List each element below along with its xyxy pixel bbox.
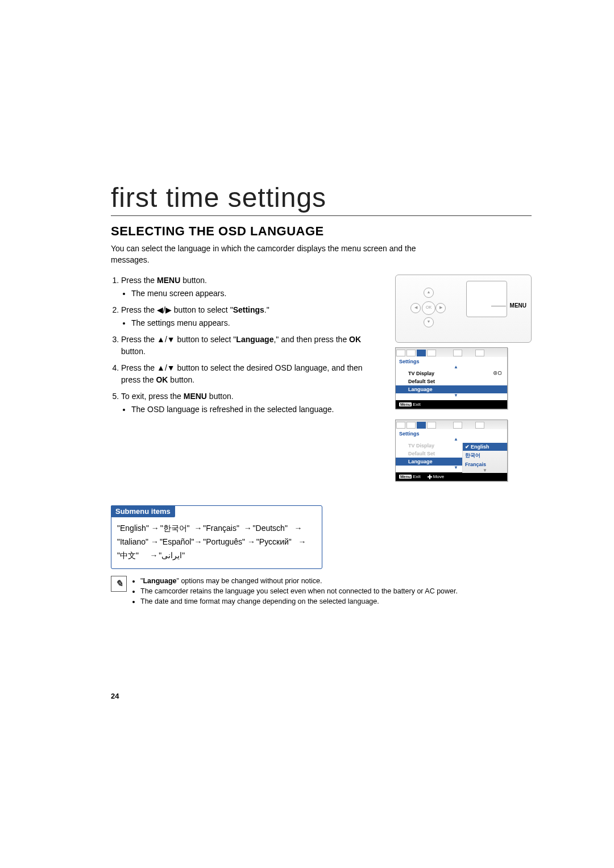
step-5: To exit, press the MENU button. The OSD … [121, 391, 384, 416]
note-3: The date and time format may change depe… [140, 596, 458, 607]
osd-language-submenu: ✔English 한국어 Français ▼ [462, 443, 507, 473]
scroll-down-icon: ▼ [408, 393, 504, 398]
device-illustration: ▲ ▼ ◀ ▶ OK MENU [395, 275, 532, 343]
lang-portuguese: "Português" [203, 537, 245, 546]
osd-footer: MenuExit [396, 400, 507, 409]
lang-chinese: "中文" [117, 551, 139, 560]
text: button. [207, 392, 234, 401]
dpad-up-icon: ▲ [424, 288, 434, 298]
dpad-down-icon: ▼ [424, 317, 434, 327]
menu-word: MENU [184, 392, 207, 401]
ok-word: OK [349, 335, 361, 344]
text: button. [168, 375, 194, 384]
text: Press the [121, 363, 157, 372]
osd-settings-label: Settings [396, 357, 507, 365]
text: button to select " [172, 305, 233, 314]
text: Press the [121, 305, 157, 314]
note-icon: ✎ [111, 576, 127, 592]
text: button to select " [175, 335, 237, 344]
text: Press the [121, 335, 157, 344]
step-5-sub: The OSD language is refreshed in the sel… [131, 404, 384, 416]
step-1: Press the MENU button. The menu screen a… [121, 275, 384, 300]
step-3: Press the ▲/▼ button to select "Language… [121, 334, 384, 358]
dpad-left-icon: ◀ [410, 303, 421, 313]
left-right-icon: ◀/▶ [157, 305, 172, 314]
step-1-sub: The menu screen appears. [131, 288, 384, 300]
osd-footer: MenuExit Move [396, 472, 507, 481]
dpad: ▲ ▼ ◀ ▶ OK [408, 288, 448, 327]
scroll-down-icon: ▼ [463, 468, 507, 473]
text: button. [180, 276, 207, 285]
device-screen-icon [466, 281, 507, 317]
lang-english: "English" [117, 524, 149, 533]
lang-italian: "Italiano" [117, 537, 148, 546]
callout-line [491, 306, 506, 306]
osd-screenshot-1: Settings ▲ TV Display⦾ ▢ Default Set Lan… [395, 347, 508, 409]
lang-korean: "한국어" [160, 524, 190, 533]
move-icon [428, 475, 432, 479]
osd-topbar [396, 420, 507, 429]
lang-german: "Deutsch" [253, 524, 288, 533]
lang-iranian: "ایرانی" [159, 551, 185, 560]
scroll-up-icon: ▲ [408, 365, 504, 369]
scroll-up-icon: ▲ [408, 437, 504, 442]
text: button. [121, 347, 146, 356]
submenu-title: Submenu items [111, 505, 175, 517]
osd-row-language: Language [396, 385, 507, 393]
osd-row-default-set: Default Set [408, 377, 504, 385]
language-word: Language [236, 335, 273, 344]
submenu-items-box: Submenu items "English" → "한국어" → "Franç… [111, 505, 322, 568]
ok-word: OK [156, 375, 168, 384]
note-2: The camcorder retains the language you s… [140, 586, 458, 596]
text: ," and then press the [273, 335, 349, 344]
settings-word: Settings [233, 305, 264, 314]
step-4: Press the ▲/▼ button to select the desir… [121, 362, 384, 386]
lang-spanish: "Español" [160, 537, 194, 546]
dpad-ok-button: OK [422, 301, 435, 315]
intro-text: You can select the language in which the… [111, 243, 446, 265]
osd-row-tv-display: TV Display⦾ ▢ [408, 369, 504, 377]
submenu-option-korean: 한국어 [463, 451, 507, 460]
dpad-right-icon: ▶ [435, 303, 446, 313]
osd-topbar [396, 348, 507, 357]
exit-label: Exit [413, 474, 420, 479]
exit-label: Exit [413, 402, 420, 407]
osd-settings-label: Settings [396, 429, 507, 437]
lang-russian: "Русский" [256, 537, 292, 546]
note-1: "Language" options may be changed withou… [140, 576, 458, 586]
text: To exit, press the [121, 392, 184, 401]
up-down-icon: ▲/▼ [157, 335, 175, 344]
up-down-icon: ▲/▼ [157, 363, 175, 372]
steps-list: Press the MENU button. The menu screen a… [111, 275, 384, 416]
submenu-option-french: Français [463, 460, 507, 468]
text: Press the [121, 276, 157, 285]
menu-word: MENU [157, 276, 180, 285]
menu-chip: Menu [399, 402, 412, 406]
notes: "Language" options may be changed withou… [131, 576, 458, 607]
menu-chip: Menu [399, 475, 412, 479]
section-title: SELECTING THE OSD LANGUAGE [111, 224, 532, 239]
step-2: Press the ◀/▶ button to select "Settings… [121, 304, 384, 329]
osd-screenshot-2: Settings ▲ TV Display Default Set Langua… [395, 420, 508, 481]
text: ." [264, 305, 269, 314]
lang-french: "Français" [203, 524, 239, 533]
submenu-body: "English" → "한국어" → "Français" → "Deutsc… [111, 522, 322, 562]
page-heading: first time settings [111, 182, 532, 216]
submenu-option-english: ✔English [463, 443, 507, 451]
step-2-sub: The settings menu appears. [131, 317, 384, 329]
menu-callout-label: MENU [510, 302, 526, 309]
page-number: 24 [111, 692, 119, 700]
move-label: Move [433, 474, 445, 479]
